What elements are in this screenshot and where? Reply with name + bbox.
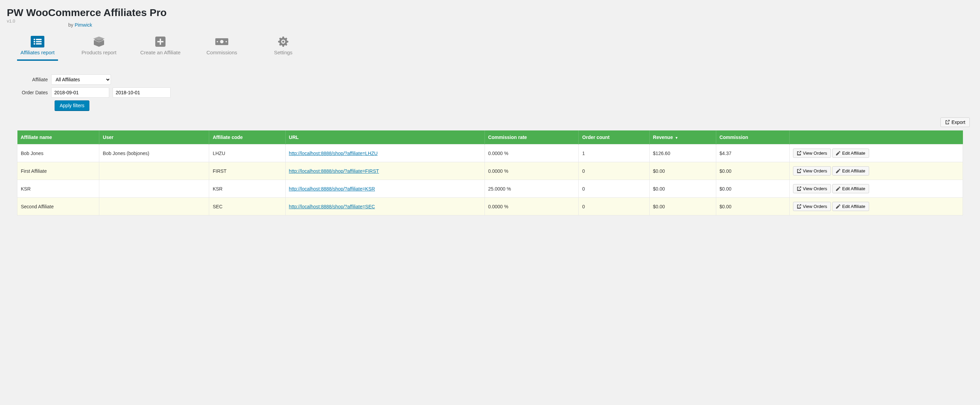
cell-commission: $4.37 bbox=[716, 144, 789, 162]
cell-revenue: $0.00 bbox=[649, 180, 716, 198]
svg-point-2 bbox=[33, 41, 35, 43]
edit-icon bbox=[836, 187, 840, 191]
filters-section: Affiliate All Affiliates Order Dates App… bbox=[17, 75, 973, 111]
cell-rate: 0.0000 % bbox=[485, 162, 579, 180]
col-commission[interactable]: Commission bbox=[716, 131, 789, 144]
affiliate-url-link[interactable]: http://localhost:8888/shop/?affiliate=SE… bbox=[289, 204, 375, 209]
affiliate-url-link[interactable]: http://localhost:8888/shop/?affiliate=FI… bbox=[289, 168, 379, 174]
cell-name: Bob Jones bbox=[18, 144, 99, 162]
view-orders-button[interactable]: View Orders bbox=[793, 148, 831, 158]
by-prefix: by bbox=[68, 22, 75, 28]
apply-filters-button[interactable]: Apply filters bbox=[55, 100, 89, 111]
by-line: by Pimwick bbox=[7, 22, 154, 28]
svg-rect-3 bbox=[36, 41, 41, 42]
tab-commissions[interactable]: Commissions bbox=[201, 36, 242, 61]
nav-tabs: Affiliates report Products report Create… bbox=[17, 36, 973, 61]
date-from-input[interactable] bbox=[51, 88, 109, 98]
cell-user: Bob Jones (bobjones) bbox=[99, 144, 209, 162]
cell-actions: View OrdersEdit Affiliate bbox=[789, 144, 963, 162]
external-link-icon bbox=[797, 169, 801, 173]
cell-actions: View OrdersEdit Affiliate bbox=[789, 198, 963, 215]
cell-commission: $0.00 bbox=[716, 180, 789, 198]
cell-name: KSR bbox=[18, 180, 99, 198]
col-user[interactable]: User bbox=[99, 131, 209, 144]
svg-rect-5 bbox=[36, 43, 41, 45]
table-row: KSRKSRhttp://localhost:8888/shop/?affili… bbox=[18, 180, 963, 198]
cell-url: http://localhost:8888/shop/?affiliate=KS… bbox=[285, 180, 485, 198]
svg-point-0 bbox=[33, 38, 35, 40]
col-actions bbox=[789, 131, 963, 144]
view-orders-button[interactable]: View Orders bbox=[793, 202, 831, 211]
affiliate-url-link[interactable]: http://localhost:8888/shop/?affiliate=LH… bbox=[289, 151, 378, 156]
cell-code: FIRST bbox=[209, 162, 285, 180]
affiliates-table: Affiliate name User Affiliate code URL C… bbox=[17, 131, 963, 215]
table-row: Second AffiliateSEChttp://localhost:8888… bbox=[18, 198, 963, 215]
cell-code: LHZU bbox=[209, 144, 285, 162]
cell-rate: 0.0000 % bbox=[485, 198, 579, 215]
svg-point-10 bbox=[220, 40, 223, 43]
edit-icon bbox=[836, 204, 840, 209]
tab-affiliates-report[interactable]: Affiliates report bbox=[17, 36, 58, 61]
cell-revenue: $126.60 bbox=[649, 144, 716, 162]
svg-point-12 bbox=[226, 41, 227, 42]
col-revenue[interactable]: Revenue ▼ bbox=[649, 131, 716, 144]
export-button[interactable]: Export bbox=[940, 118, 970, 127]
edit-icon bbox=[836, 169, 840, 173]
money-icon bbox=[215, 36, 229, 48]
tab-label: Commissions bbox=[207, 49, 237, 55]
cell-code: KSR bbox=[209, 180, 285, 198]
cell-url: http://localhost:8888/shop/?affiliate=LH… bbox=[285, 144, 485, 162]
col-url[interactable]: URL bbox=[285, 131, 485, 144]
edit-affiliate-button[interactable]: Edit Affiliate bbox=[832, 184, 869, 193]
plus-icon bbox=[154, 36, 167, 48]
col-orders[interactable]: Order count bbox=[579, 131, 649, 144]
edit-affiliate-button[interactable]: Edit Affiliate bbox=[832, 166, 869, 175]
edit-affiliate-button[interactable]: Edit Affiliate bbox=[832, 202, 869, 211]
col-code[interactable]: Affiliate code bbox=[209, 131, 285, 144]
pimwick-link[interactable]: Pimwick bbox=[75, 22, 92, 28]
tab-products-report[interactable]: Products report bbox=[78, 36, 119, 61]
col-name[interactable]: Affiliate name bbox=[18, 131, 99, 144]
table-row: First AffiliateFIRSThttp://localhost:888… bbox=[18, 162, 963, 180]
external-link-icon bbox=[797, 204, 801, 209]
box-icon bbox=[92, 36, 106, 48]
tab-label: Create an Affiliate bbox=[140, 49, 180, 55]
edit-icon bbox=[836, 151, 840, 155]
cell-commission: $0.00 bbox=[716, 162, 789, 180]
cell-code: SEC bbox=[209, 198, 285, 215]
external-link-icon bbox=[797, 187, 801, 191]
tab-settings[interactable]: Settings bbox=[263, 36, 304, 61]
cell-orders: 0 bbox=[579, 180, 649, 198]
order-dates-label: Order Dates bbox=[17, 90, 51, 95]
date-to-input[interactable] bbox=[113, 88, 170, 98]
affiliate-filter-label: Affiliate bbox=[17, 77, 51, 82]
cell-commission: $0.00 bbox=[716, 198, 789, 215]
affiliate-url-link[interactable]: http://localhost:8888/shop/?affiliate=KS… bbox=[289, 186, 375, 191]
affiliate-select[interactable]: All Affiliates bbox=[51, 75, 111, 85]
cell-user bbox=[99, 162, 209, 180]
tab-create-affiliate[interactable]: Create an Affiliate bbox=[140, 36, 181, 61]
cell-revenue: $0.00 bbox=[649, 162, 716, 180]
view-orders-button[interactable]: View Orders bbox=[793, 184, 831, 193]
table-row: Bob JonesBob Jones (bobjones)LHZUhttp://… bbox=[18, 144, 963, 162]
gear-icon bbox=[277, 36, 290, 48]
tab-label: Settings bbox=[274, 49, 293, 55]
tab-label: Products report bbox=[81, 49, 117, 55]
cell-rate: 0.0000 % bbox=[485, 144, 579, 162]
page-title: PW WooCommerce Affiliates Pro bbox=[7, 7, 973, 18]
cell-revenue: $0.00 bbox=[649, 198, 716, 215]
cell-actions: View OrdersEdit Affiliate bbox=[789, 180, 963, 198]
col-rate[interactable]: Commission rate bbox=[485, 131, 579, 144]
cell-orders: 0 bbox=[579, 162, 649, 180]
view-orders-button[interactable]: View Orders bbox=[793, 166, 831, 175]
svg-rect-1 bbox=[36, 39, 41, 40]
export-label: Export bbox=[952, 120, 965, 125]
cell-orders: 1 bbox=[579, 144, 649, 162]
export-icon bbox=[945, 120, 950, 124]
cell-actions: View OrdersEdit Affiliate bbox=[789, 162, 963, 180]
edit-affiliate-button[interactable]: Edit Affiliate bbox=[832, 148, 869, 158]
cell-name: Second Affiliate bbox=[18, 198, 99, 215]
external-link-icon bbox=[797, 151, 801, 155]
sort-desc-icon: ▼ bbox=[675, 136, 678, 140]
svg-point-11 bbox=[217, 41, 218, 42]
